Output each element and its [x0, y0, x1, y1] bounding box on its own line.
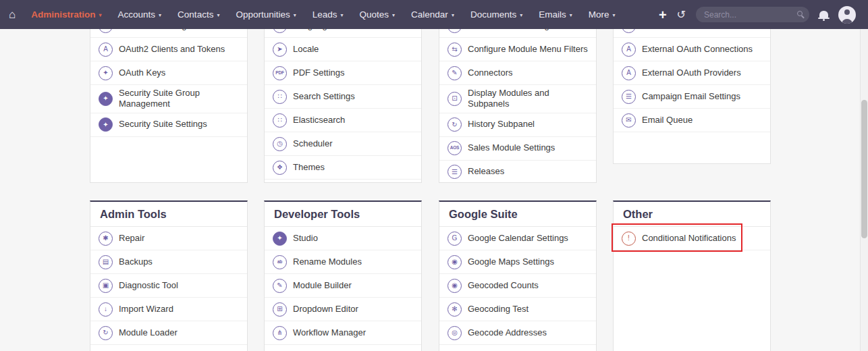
admin-link-import-wizard[interactable]: ↓Import Wizard — [90, 298, 247, 321]
nav-item-label: More — [589, 9, 609, 20]
panel-item-list: ✶Password ManagementAOAuth2 Clients and … — [90, 29, 247, 137]
admin-link-studio[interactable]: ✦Studio — [265, 227, 421, 250]
admin-link-label: Configure Module Menu Filters — [468, 41, 588, 57]
admin-link-geocoded-counts[interactable]: ◉Geocoded Counts — [439, 274, 596, 298]
panel-item-list: ◍Case Module Settings⇆Configure Module M… — [439, 29, 596, 183]
security-suite-group-management-icon: ✦ — [99, 92, 113, 106]
admin-link-search-settings[interactable]: ∷Search Settings — [265, 85, 421, 109]
admin-link-workflow-manager[interactable]: ⋔Workflow Manager — [265, 321, 421, 345]
admin-link-oauth-keys[interactable]: ✦OAuth Keys — [90, 61, 247, 85]
admin-link-label: Password Management — [119, 29, 211, 34]
admin-link-google-maps-settings[interactable]: ◉Google Maps Settings — [439, 250, 596, 274]
admin-link-history-subpanel[interactable]: ↻History Subpanel — [439, 113, 596, 137]
navbar-right: + ↺ — [659, 6, 868, 24]
admin-link-security-suite-settings[interactable]: ✦Security Suite Settings — [90, 113, 247, 137]
dropdown-editor-icon: ⊞ — [273, 302, 287, 317]
admin-link-geocode-addresses[interactable]: ◎Geocode Addresses — [439, 321, 596, 345]
admin-link-label: Case Module Settings — [468, 29, 553, 34]
admin-link-email-queue[interactable]: ✉Email Queue — [614, 109, 770, 132]
history-icon[interactable]: ↺ — [677, 9, 686, 20]
notifications-bell-icon[interactable] — [819, 11, 828, 18]
admin-link-sales-module-settings[interactable]: AOSSales Module Settings — [439, 137, 596, 161]
admin-link-connectors[interactable]: ✎Connectors — [439, 61, 596, 85]
quick-create-plus-icon[interactable]: + — [659, 8, 667, 22]
panel-system: ⚑Languages➤LocalePDFPDF Settings∷Search … — [264, 29, 422, 183]
nav-item-more[interactable]: More▾ — [580, 0, 624, 29]
external-oauth-connections-icon: A — [622, 43, 636, 57]
chevron-down-icon: ▾ — [99, 12, 102, 18]
admin-link-external-oauth-connections[interactable]: AExternal OAuth Connections — [614, 38, 770, 61]
user-avatar[interactable] — [838, 6, 856, 24]
admin-link-google-calendar-settings[interactable]: GGoogle Calendar Settings — [439, 227, 596, 250]
scrollbar-track[interactable] — [860, 29, 868, 351]
admin-link-repair[interactable]: ✱Repair — [90, 227, 247, 250]
admin-link-label: Google Maps Settings — [468, 254, 554, 270]
nav-item-accounts[interactable]: Accounts▾ — [110, 0, 170, 29]
admin-link-elasticsearch[interactable]: ∷Elasticsearch — [265, 109, 421, 132]
admin-link-label: OAuth Keys — [119, 65, 165, 81]
home-icon[interactable]: ⌂ — [0, 8, 23, 22]
admin-link-module-builder[interactable]: ✎Module Builder — [265, 274, 421, 298]
panel-title: Admin Tools — [90, 202, 247, 227]
admin-link-label: Backups — [119, 254, 153, 270]
panel-admin-tools: Admin Tools✱Repair▤Backups▣Diagnostic To… — [90, 200, 248, 351]
admin-link-external-oauth-providers[interactable]: AExternal OAuth Providers — [614, 61, 770, 85]
security-suite-settings-icon: ✦ — [99, 117, 113, 132]
nav-item-emails[interactable]: Emails▾ — [531, 0, 580, 29]
admin-link-label: Conditional Notifications — [642, 230, 736, 246]
admin-link-module-loader[interactable]: ↻Module Loader — [90, 321, 247, 345]
nav-item-label: Contacts — [178, 9, 213, 20]
nav-item-quotes[interactable]: Quotes▾ — [352, 0, 404, 29]
admin-link-scheduler[interactable]: ◷Scheduler — [265, 132, 421, 156]
admin-link-diagnostic-tool[interactable]: ▣Diagnostic Tool — [90, 274, 247, 298]
sales-module-settings-icon: AOS — [447, 141, 462, 155]
pdf-settings-icon: PDF — [273, 66, 287, 80]
admin-link-display-modules-and-subpanels[interactable]: ⊡Display Modules and Subpanels — [439, 85, 596, 113]
nav-item-calendar[interactable]: Calendar▾ — [403, 0, 462, 29]
admin-link-configure-module-menu-filters[interactable]: ⇆Configure Module Menu Filters — [439, 38, 596, 61]
chevron-down-icon: ▾ — [294, 12, 296, 18]
admin-link-case-module-settings[interactable]: ◍Case Module Settings — [439, 29, 596, 38]
nav-item-documents[interactable]: Documents▾ — [462, 0, 531, 29]
rename-modules-icon: ab — [273, 255, 287, 269]
nav-item-contacts[interactable]: Contacts▾ — [169, 0, 227, 29]
admin-link-label: Releases — [468, 163, 504, 180]
admin-link-label: Geocoding Test — [468, 301, 528, 317]
nav-item-label: Accounts — [118, 9, 156, 20]
admin-link-label: Languages — [293, 29, 336, 34]
admin-link-label: Security Suite Group Management — [119, 85, 239, 113]
admin-link-pdf-settings[interactable]: PDFPDF Settings — [265, 61, 421, 85]
admin-link-label: Outbound Email — [642, 29, 705, 34]
scrollbar-thumb[interactable] — [861, 100, 867, 238]
admin-link-backups[interactable]: ▤Backups — [90, 250, 247, 274]
search-input[interactable] — [696, 7, 809, 22]
admin-link-oauth2-clients-and-tokens[interactable]: AOAuth2 Clients and Tokens — [90, 38, 247, 61]
nav-item-label: Leads — [313, 9, 337, 20]
admin-link-themes[interactable]: ❖Themes — [265, 156, 421, 180]
admin-link-password-management[interactable]: ✶Password Management — [90, 29, 247, 38]
admin-link-label: External OAuth Connections — [642, 41, 753, 57]
admin-link-rename-modules[interactable]: abRename Modules — [265, 250, 421, 274]
languages-icon: ⚑ — [273, 29, 287, 33]
panel-item-list: ✦StudioabRename Modules✎Module Builder⊞D… — [265, 227, 421, 345]
nav-item-administration[interactable]: Administration▾ — [23, 0, 109, 29]
admin-link-languages[interactable]: ⚑Languages — [265, 29, 421, 38]
geocode-addresses-icon: ◎ — [447, 326, 462, 340]
nav-item-label: Opportunities — [236, 9, 290, 20]
admin-link-locale[interactable]: ➤Locale — [265, 38, 421, 61]
admin-link-releases[interactable]: ☰Releases — [439, 161, 596, 184]
nav-item-label: Documents — [470, 9, 516, 20]
admin-link-label: Connectors — [468, 65, 512, 81]
admin-link-campaign-email-settings[interactable]: ☰Campaign Email Settings — [614, 85, 770, 109]
admin-link-geocoding-test[interactable]: ✻Geocoding Test — [439, 298, 596, 321]
nav-item-opportunities[interactable]: Opportunities▾ — [227, 0, 304, 29]
nav-item-leads[interactable]: Leads▾ — [304, 0, 352, 29]
admin-link-dropdown-editor[interactable]: ⊞Dropdown Editor — [265, 298, 421, 321]
admin-link-security-suite-group-management[interactable]: ✦Security Suite Group Management — [90, 85, 247, 113]
search-icon[interactable] — [797, 11, 803, 16]
scheduler-icon: ◷ — [273, 137, 287, 151]
admin-link-conditional-notifications[interactable]: !Conditional Notifications — [614, 227, 770, 250]
admin-link-label: Geocode Addresses — [468, 325, 547, 341]
oauth-keys-icon: ✦ — [99, 66, 113, 80]
admin-link-outbound-email[interactable]: ✉Outbound Email — [614, 29, 770, 38]
